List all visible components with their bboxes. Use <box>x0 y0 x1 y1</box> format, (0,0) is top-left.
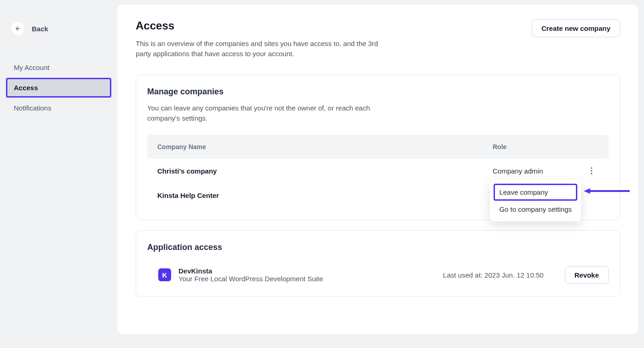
last-used-value: 2023 Jun. 12 10:50 <box>484 271 543 279</box>
revoke-button[interactable]: Revoke <box>565 266 609 284</box>
application-access-card: Application access K DevKinsta Your Free… <box>136 230 620 296</box>
dropdown-leave-company[interactable]: Leave company <box>494 184 577 201</box>
card-title: Manage companies <box>147 87 609 97</box>
annotation-arrow <box>584 187 630 197</box>
company-name-cell: Kinsta Help Center <box>157 191 493 199</box>
svg-point-1 <box>591 167 592 168</box>
company-role-cell: Company admin <box>493 167 585 175</box>
page-title: Access <box>136 19 393 32</box>
card-subtitle: You can leave any companies that you're … <box>147 103 396 124</box>
app-description: Your Free Local WordPress Development Su… <box>178 275 436 283</box>
app-last-used: Last used at: 2023 Jun. 12 10:50 <box>443 271 544 279</box>
back-button[interactable]: Back <box>6 21 111 36</box>
page-subtitle: This is an overview of the companies and… <box>136 39 393 59</box>
svg-marker-5 <box>584 188 590 194</box>
back-label: Back <box>32 25 48 33</box>
table-row: Christi's company Company admin Leave co… <box>147 159 609 183</box>
last-used-label: Last used at: <box>443 271 483 279</box>
sidebar-item-access[interactable]: Access <box>6 78 111 98</box>
sidebar-item-my-account[interactable]: My Account <box>6 58 111 77</box>
sidebar: Back My Account Access Notifications <box>0 0 117 348</box>
arrow-left-icon <box>15 25 21 32</box>
app-logo-letter: K <box>162 271 167 279</box>
card-title: Application access <box>147 243 609 252</box>
sidebar-item-label: Access <box>14 84 38 92</box>
row-actions-dropdown: Leave company Go to company settings <box>490 180 581 221</box>
companies-table-header: Company Name Role <box>147 135 609 159</box>
app-name: DevKinsta <box>178 267 436 275</box>
sidebar-item-label: Notifications <box>14 104 52 112</box>
kebab-icon <box>591 167 592 174</box>
row-actions-button[interactable] <box>585 167 598 174</box>
dropdown-company-settings[interactable]: Go to company settings <box>494 201 577 218</box>
arrow-left-icon <box>584 187 630 195</box>
svg-point-2 <box>591 170 592 171</box>
sidebar-item-label: My Account <box>14 64 50 71</box>
column-header-name: Company Name <box>157 143 493 151</box>
svg-point-3 <box>591 173 592 174</box>
app-logo: K <box>158 268 171 281</box>
back-icon-circle <box>11 21 25 36</box>
main-content: Access This is an overview of the compan… <box>117 5 638 334</box>
manage-companies-card: Manage companies You can leave any compa… <box>136 75 620 220</box>
create-company-button[interactable]: Create new company <box>532 19 620 37</box>
company-name-cell: Christi's company <box>157 167 493 175</box>
application-row: K DevKinsta Your Free Local WordPress De… <box>147 262 609 284</box>
sidebar-item-notifications[interactable]: Notifications <box>6 99 111 117</box>
column-header-role: Role <box>493 143 598 151</box>
